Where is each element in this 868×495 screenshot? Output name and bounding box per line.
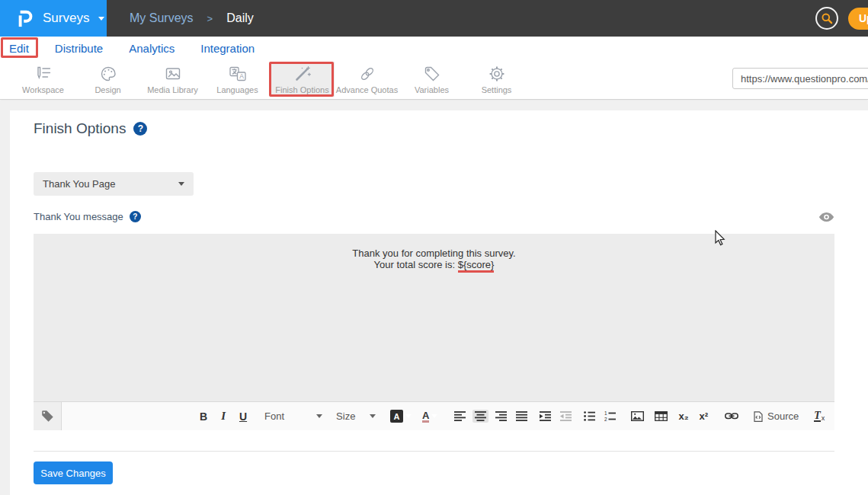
score-variable: ${score} xyxy=(458,259,495,273)
upgrade-button[interactable]: Up xyxy=(848,8,868,30)
size-dropdown[interactable]: Size xyxy=(336,410,376,422)
increase-indent-icon xyxy=(540,411,551,421)
toolbar-item-advance-quotas[interactable]: Advance Quotas xyxy=(335,62,399,97)
chevron-down-icon xyxy=(98,17,104,21)
questionpro-logo-icon xyxy=(17,8,35,29)
remove-format-icon: T xyxy=(814,410,821,422)
search-icon xyxy=(821,12,833,24)
workspace-icon xyxy=(34,64,53,83)
help-glyph: ? xyxy=(138,123,143,134)
toolbar-item-label: Variables xyxy=(415,85,449,94)
list-group: 12 xyxy=(581,410,618,423)
insert-variable-button[interactable] xyxy=(34,402,62,430)
align-center-icon xyxy=(475,411,486,421)
toolbar-item-variables[interactable]: Variables xyxy=(399,62,464,97)
toolbar-item-finish-options[interactable]: Finish Options xyxy=(270,62,335,97)
table-icon xyxy=(655,411,668,421)
toolbar-item-design[interactable]: Design xyxy=(75,62,140,97)
source-label: Source xyxy=(767,410,799,422)
size-dropdown-value: Size xyxy=(336,410,355,422)
toolbar-item-workspace[interactable]: Workspace xyxy=(11,62,75,97)
divider xyxy=(34,451,834,452)
languages-icon: A xyxy=(229,64,247,83)
remove-format-sub: x xyxy=(822,414,825,422)
italic-button[interactable]: I xyxy=(219,408,228,424)
justify-button[interactable] xyxy=(514,410,530,423)
align-left-button[interactable] xyxy=(452,410,468,423)
svg-text:A: A xyxy=(239,72,244,80)
toolbar-item-languages[interactable]: A Languages xyxy=(205,62,270,97)
settings-icon xyxy=(488,64,506,83)
help-icon[interactable]: ? xyxy=(133,122,147,136)
toolbar-item-label: Design xyxy=(94,85,120,94)
variables-icon xyxy=(423,64,441,83)
increase-indent-button[interactable] xyxy=(537,410,553,423)
insert-image-button[interactable] xyxy=(629,410,646,423)
numbered-list-button[interactable]: 12 xyxy=(602,410,618,423)
toolbar-item-settings[interactable]: Settings xyxy=(464,62,529,97)
save-changes-label: Save Changes xyxy=(40,468,105,479)
design-icon xyxy=(99,64,117,83)
svg-text:1: 1 xyxy=(604,411,607,416)
toolbar-item-media-library[interactable]: Media Library xyxy=(140,62,205,97)
tab-distribute[interactable]: Distribute xyxy=(55,42,103,55)
text-color-button[interactable]: A xyxy=(420,409,440,424)
search-button[interactable] xyxy=(815,7,838,30)
toolbar-item-label: Workspace xyxy=(22,85,64,94)
font-dropdown[interactable]: Font xyxy=(264,410,322,422)
tab-label: Edit xyxy=(9,42,29,55)
edit-icon-toolbar: Workspace Design Media Library xyxy=(0,59,868,100)
indent-group xyxy=(537,410,574,423)
topbar-actions: Up xyxy=(815,0,868,37)
editor-content[interactable]: Thank you for completing this survey. Yo… xyxy=(34,234,834,401)
dropdown-value: Thank You Page xyxy=(43,178,115,190)
breadcrumb-my-surveys[interactable]: My Surveys xyxy=(130,11,194,25)
svg-text:2: 2 xyxy=(604,417,607,421)
image-icon xyxy=(631,411,644,421)
color-group: A A xyxy=(388,408,440,424)
background-color-button[interactable]: A xyxy=(388,408,414,424)
finish-type-dropdown[interactable]: Thank You Page xyxy=(34,172,194,196)
subscript-button[interactable]: x₂ xyxy=(676,409,690,423)
align-group xyxy=(452,410,530,423)
preview-eye-icon xyxy=(818,212,834,222)
insert-link-button[interactable] xyxy=(722,411,741,421)
text-style-group: B I U xyxy=(197,408,249,424)
message-label-row: Thank You message ? xyxy=(34,211,834,222)
tab-integration[interactable]: Integration xyxy=(200,42,255,55)
underline-button[interactable]: U xyxy=(237,409,249,424)
save-changes-button[interactable]: Save Changes xyxy=(34,461,113,484)
bulleted-list-button[interactable] xyxy=(581,410,597,423)
top-bar: Surveys My Surveys > Daily Up xyxy=(0,0,868,37)
breadcrumb-separator: > xyxy=(207,13,213,24)
superscript-button[interactable]: x² xyxy=(697,409,711,423)
page-background: Finish Options ? Thank You Page Thank Yo… xyxy=(0,101,868,495)
product-switcher[interactable]: Surveys xyxy=(0,0,107,37)
tab-label: Analytics xyxy=(129,42,175,55)
align-right-button[interactable] xyxy=(493,410,509,423)
help-glyph: ? xyxy=(133,212,137,221)
tab-edit[interactable]: Edit xyxy=(9,42,29,55)
tab-label: Integration xyxy=(200,42,255,55)
chevron-down-icon xyxy=(178,182,184,186)
source-button[interactable]: Source xyxy=(751,409,801,423)
page-title: Finish Options xyxy=(34,120,126,137)
text-color-icon: A xyxy=(422,410,429,423)
preview-button[interactable] xyxy=(818,212,834,222)
align-center-button[interactable] xyxy=(472,410,488,423)
editor-line-2: Your total score is: ${score} xyxy=(34,259,834,273)
breadcrumb: My Surveys > Daily xyxy=(130,11,254,25)
remove-format-button[interactable]: T x xyxy=(812,409,827,423)
survey-url-input[interactable] xyxy=(732,68,868,89)
insert-table-button[interactable] xyxy=(652,410,670,423)
help-icon[interactable]: ? xyxy=(130,211,141,222)
toolbar-item-label: Media Library xyxy=(147,85,198,94)
background-color-icon: A xyxy=(390,410,403,423)
align-right-icon xyxy=(495,411,507,421)
tab-analytics[interactable]: Analytics xyxy=(129,42,175,55)
toolbar-item-label: Settings xyxy=(482,85,512,94)
tag-icon xyxy=(41,410,54,423)
bold-button[interactable]: B xyxy=(197,409,210,424)
decrease-indent-button[interactable] xyxy=(558,410,574,423)
page-heading: Finish Options ? xyxy=(34,120,147,137)
